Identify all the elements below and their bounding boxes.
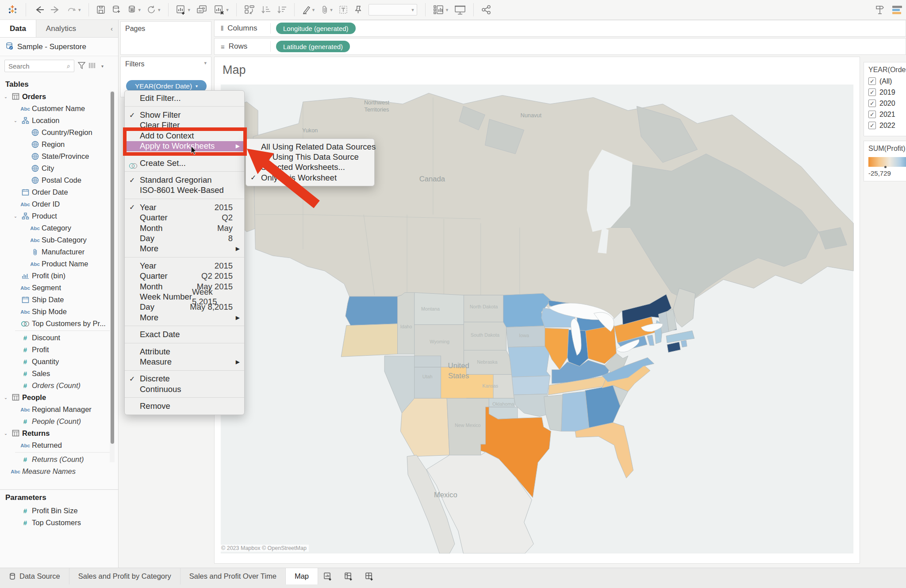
menu-item-attribute[interactable]: Attribute — [125, 346, 244, 357]
field-state-province[interactable]: State/Province — [0, 150, 110, 162]
view-options-caret[interactable]: ▾ — [101, 64, 104, 69]
field-customer-name[interactable]: AbcCustomer Name — [0, 103, 110, 115]
show-me-icon[interactable] — [888, 2, 906, 18]
expand-icon[interactable]: ⌄ — [3, 94, 9, 99]
expand-icon[interactable]: ⌄ — [3, 431, 9, 436]
menu-item-iso-8601-week-based[interactable]: ISO-8601 Week-Based — [125, 185, 244, 196]
field-profit[interactable]: #Profit — [0, 344, 110, 356]
field-category[interactable]: AbcCategory — [0, 222, 110, 234]
sheet-tab-data-source[interactable]: Data Source — [0, 568, 69, 584]
map-region-mo[interactable] — [508, 346, 550, 377]
field-order-id[interactable]: AbcOrder ID — [0, 198, 110, 210]
field-order-date[interactable]: Order Date — [0, 186, 110, 198]
pane-scrollbar[interactable] — [110, 91, 115, 462]
menu-item-continuous[interactable]: Continuous — [125, 384, 244, 394]
rows-shelf[interactable]: ≡ Rows Latitude (generated) — [214, 38, 906, 55]
field-returns-count[interactable]: #Returns (Count) — [0, 453, 110, 465]
menu-item-discrete[interactable]: ✓Discrete — [125, 374, 244, 384]
field-returns[interactable]: ⌄Returns — [0, 427, 110, 439]
attach-icon[interactable]: ▾ — [318, 2, 336, 18]
filter-option-2021[interactable]: ✓2021 — [864, 109, 906, 120]
pause-updates-icon[interactable]: ▾ — [124, 2, 144, 18]
swap-rows-columns-icon[interactable] — [241, 2, 258, 18]
sort-descending-icon[interactable] — [274, 2, 290, 18]
menu-item-more[interactable]: More▶ — [125, 312, 244, 323]
filter-fields-icon[interactable] — [78, 62, 85, 70]
map-region-or[interactable] — [341, 324, 397, 357]
new-worksheet-tab[interactable] — [318, 568, 339, 584]
sheet-tab-sales-and-profit-over-time[interactable]: Sales and Profit Over Time — [180, 568, 286, 584]
sort-ascending-icon[interactable] — [258, 2, 274, 18]
menu-item-remove[interactable]: Remove — [125, 401, 244, 411]
search-input-box[interactable]: ⌕ — [4, 60, 74, 72]
save-icon[interactable] — [93, 2, 108, 18]
field-people-count[interactable]: #People (Count) — [0, 415, 110, 427]
filter-option-2022[interactable]: ✓2022 — [864, 120, 906, 131]
field-measure-names[interactable]: AbcMeasure Names — [0, 465, 110, 477]
map-region-ar[interactable] — [512, 376, 550, 395]
filter-option-2019[interactable]: ✓2019 — [864, 87, 906, 98]
menu-item-measure[interactable]: Measure▶ — [125, 357, 244, 367]
field-regional-manager[interactable]: AbcRegional Manager — [0, 404, 110, 415]
filter-option-2020[interactable]: ✓2020 — [864, 98, 906, 109]
new-dashboard-tab[interactable] — [339, 568, 360, 584]
field-region[interactable]: Region — [0, 138, 110, 150]
field-orders-count[interactable]: #Orders (Count) — [0, 380, 110, 392]
redo-icon[interactable]: ▾ — [64, 2, 84, 18]
map-region-al[interactable] — [561, 392, 589, 431]
field-city[interactable]: City — [0, 162, 110, 174]
collapse-pane-icon[interactable]: ‹ — [105, 20, 118, 37]
menu-item-standard-gregorian[interactable]: ✓Standard Gregorian — [125, 175, 244, 185]
submenu-item-all-using-this-data-source[interactable]: All Using This Data Source — [246, 152, 374, 162]
refresh-icon[interactable]: ▾ — [144, 2, 164, 18]
pill-caret-icon[interactable]: ▾ — [196, 84, 198, 88]
field-ship-mode[interactable]: AbcShip Mode — [0, 306, 110, 318]
field-manufacturer[interactable]: Manufacturer — [0, 246, 110, 258]
field-profit-bin-size[interactable]: #Profit Bin Size — [0, 505, 110, 517]
columns-shelf[interactable]: ⫴ Columns Longitude (generated) — [214, 20, 906, 37]
view-options-icon[interactable] — [89, 62, 98, 70]
menu-item-more[interactable]: More▶ — [125, 244, 244, 254]
checkbox[interactable]: ✓ — [868, 88, 876, 96]
field-returned[interactable]: AbcReturned — [0, 439, 110, 451]
menu-item-create-set[interactable]: Create Set... — [125, 158, 244, 168]
field-top-customers-by-pr[interactable]: Top Customers by Pr... — [0, 318, 110, 330]
checkbox[interactable]: ✓ — [868, 77, 876, 85]
signpost-icon[interactable] — [871, 2, 888, 18]
field-product[interactable]: ⌄Product — [0, 210, 110, 222]
field-orders[interactable]: ⌄Orders — [0, 91, 110, 103]
menu-item-edit-filter[interactable]: Edit Filter... — [125, 93, 244, 103]
pin-icon[interactable] — [351, 2, 365, 18]
field-quantity[interactable]: #Quantity — [0, 356, 110, 368]
pages-card[interactable]: Pages — [120, 21, 211, 55]
submenu-item-all-using-related-data-sources[interactable]: All Using Related Data Sources — [246, 142, 374, 152]
sheet-tab-map[interactable]: Map — [286, 568, 318, 584]
legend-gradient[interactable] — [868, 157, 906, 167]
field-profit-bin[interactable]: Profit (bin) — [0, 270, 110, 282]
field-segment[interactable]: AbcSegment — [0, 282, 110, 294]
tab-analytics[interactable]: Analytics — [36, 20, 86, 37]
filters-caret-icon[interactable]: ▾ — [204, 60, 207, 68]
share-icon[interactable] — [478, 2, 494, 18]
field-location[interactable]: ⌄Location — [0, 115, 110, 127]
checkbox[interactable]: ✓ — [868, 100, 876, 107]
menu-item-quarter[interactable]: QuarterQ2 — [125, 213, 244, 223]
menu-item-quarter[interactable]: QuarterQ2 2015 — [125, 271, 244, 281]
back-icon[interactable] — [31, 2, 47, 18]
scrollbar-thumb[interactable] — [111, 92, 114, 444]
field-people[interactable]: ⌄People — [0, 392, 110, 404]
submenu-item-only-this-worksheet[interactable]: ✓Only This Worksheet — [246, 173, 374, 183]
filter-option-all[interactable]: ✓(All) — [864, 76, 906, 87]
field-top-customers[interactable]: #Top Customers — [0, 517, 110, 529]
field-ship-date[interactable]: Ship Date — [0, 294, 110, 306]
expand-icon[interactable]: ⌄ — [12, 214, 19, 219]
menu-item-week-number[interactable]: Week NumberWeek 5,2015 — [125, 292, 244, 302]
checkbox[interactable]: ✓ — [868, 122, 876, 129]
field-sales[interactable]: #Sales — [0, 368, 110, 380]
field-discount[interactable]: #Discount — [0, 332, 110, 344]
presentation-mode-icon[interactable] — [451, 2, 469, 18]
tab-data[interactable]: Data — [0, 20, 36, 37]
datasource-row[interactable]: Sample - Superstore — [0, 38, 118, 56]
sheet-tab-sales-and-profit-by-category[interactable]: Sales and Profit by Category — [69, 568, 180, 584]
text-label-icon[interactable] — [336, 2, 351, 18]
